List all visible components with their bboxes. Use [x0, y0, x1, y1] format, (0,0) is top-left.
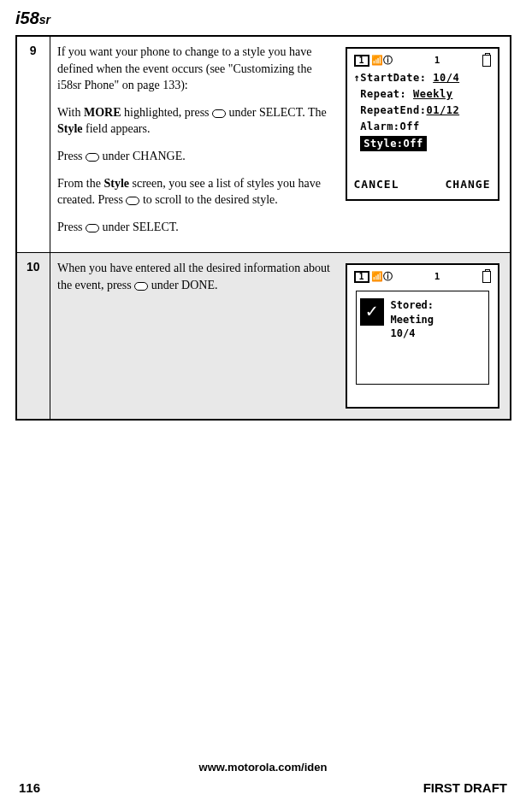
button-icon	[86, 153, 99, 162]
softkey-left: CANCEL	[354, 177, 399, 192]
signal-icon: 1	[354, 271, 369, 283]
battery-icon	[482, 55, 491, 67]
phone-screen-1: 1 📶ⓘ 1 ↑StartDate: 10/4 Repeat: Weekly R…	[346, 47, 499, 201]
softkey-right: CHANGE	[446, 177, 491, 192]
model-suffix: sr	[39, 13, 50, 26]
phone-line: Style:Off	[352, 135, 493, 153]
phone-status-bar: 1 📶ⓘ 1	[352, 54, 493, 67]
table-row: 10 When you have entered all the desired…	[16, 253, 511, 421]
instruction-table: 9 If you want your phone to change to a …	[15, 35, 511, 421]
phone-status-bar: 1 📶ⓘ 1	[352, 270, 493, 283]
page-number: 116	[19, 780, 40, 795]
paragraph: If you want your phone to change to a st…	[57, 44, 331, 94]
phone-line: RepeatEnd:01/12	[352, 103, 493, 119]
phone-body: ↑StartDate: 10/4 Repeat: Weekly RepeatEn…	[352, 70, 493, 174]
indicator-icons: 📶ⓘ	[371, 54, 393, 67]
scroll-icon	[126, 197, 139, 205]
draft-label: FIRST DRAFT	[423, 780, 507, 795]
paragraph: Press under CHANGE.	[57, 148, 331, 165]
step-description: When you have entered all the desired in…	[50, 253, 511, 421]
button-icon	[134, 282, 148, 291]
phone-line: ↑StartDate: 10/4	[352, 70, 493, 86]
paragraph: Press under SELECT.	[57, 219, 331, 236]
phone-line: Repeat: Weekly	[352, 86, 493, 103]
battery-icon	[482, 271, 491, 283]
status-number: 1	[434, 270, 440, 283]
indicator-icons: 📶ⓘ	[371, 270, 393, 283]
phone-screen-2: 1 📶ⓘ 1 ✓ Stored: Meeting 10/4	[346, 263, 499, 409]
page-footer: www.motorola.com/iden 116 FIRST DRAFT	[9, 761, 517, 795]
step-number: 9	[16, 36, 50, 253]
checkmark-icon: ✓	[360, 298, 384, 326]
model-name: i58	[15, 9, 39, 27]
paragraph: From the Style screen, you see a list of…	[57, 175, 331, 209]
button-icon	[212, 109, 226, 118]
status-number: 1	[434, 54, 440, 67]
stored-confirmation: ✓ Stored: Meeting 10/4	[356, 291, 489, 385]
page-header: i58sr	[15, 9, 517, 28]
step-description: If you want your phone to change to a st…	[50, 36, 511, 253]
footer-url: www.motorola.com/iden	[9, 761, 517, 774]
signal-icon: 1	[354, 55, 369, 67]
paragraph: With MORE highlighted, press under SELEC…	[57, 104, 331, 138]
footer-bottom: 116 FIRST DRAFT	[9, 780, 517, 795]
step-text: If you want your phone to change to a st…	[57, 44, 331, 245]
phone-softkeys: CANCEL CHANGE	[352, 175, 493, 194]
paragraph: When you have entered all the desired in…	[57, 260, 331, 293]
table-row: 9 If you want your phone to change to a …	[16, 36, 511, 253]
phone-line: Alarm:Off	[352, 119, 493, 135]
step-text: When you have entered all the desired in…	[57, 260, 331, 303]
step-number: 10	[16, 253, 50, 421]
button-icon	[86, 224, 99, 232]
stored-text: Stored: Meeting 10/4	[391, 298, 434, 341]
